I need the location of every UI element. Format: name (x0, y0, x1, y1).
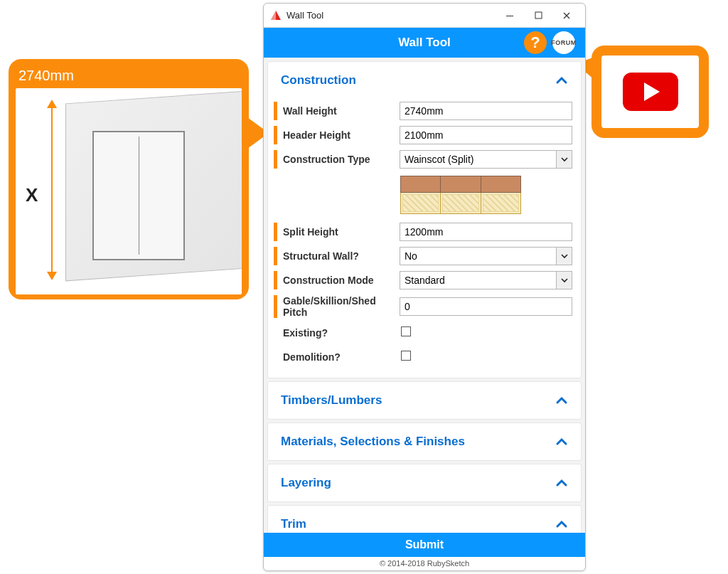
label-pitch: Gable/Skillion/Shed Pitch (283, 295, 400, 318)
chevron-up-icon (555, 518, 568, 531)
label-construction-type: Construction Type (283, 154, 400, 165)
youtube-icon[interactable] (623, 73, 678, 111)
row-wall-height: Wall Height (268, 99, 581, 123)
select-mode[interactable]: Standard (400, 271, 572, 289)
row-split-height: Split Height (268, 220, 581, 244)
input-split-height[interactable] (400, 223, 572, 241)
label-split-height: Split Height (283, 226, 400, 238)
label-structural: Structural Wall? (283, 250, 400, 262)
checkbox-demolition[interactable] (401, 351, 411, 361)
select-structural[interactable]: No (400, 247, 572, 265)
select-construction-type[interactable]: Wainscot (Split) (400, 150, 572, 169)
app-header: Wall Tool ? FORUM (264, 28, 585, 58)
wall-tool-window: Wall Tool Wall Tool ? FORUM Construction (263, 3, 586, 571)
window-maximize-button[interactable] (524, 6, 552, 26)
label-mode: Construction Mode (283, 275, 400, 286)
input-wall-height[interactable] (400, 102, 572, 120)
callout-wall-height-value: 2740mm (16, 66, 242, 88)
chevron-up-icon (555, 394, 568, 407)
window-titlebar: Wall Tool (264, 4, 585, 28)
row-demolition: Demolition? (268, 345, 581, 369)
forum-button[interactable]: FORUM (552, 31, 575, 54)
svg-rect-3 (535, 12, 542, 18)
app-header-title: Wall Tool (398, 36, 451, 50)
label-header-height: Header Height (283, 129, 400, 141)
footer-copyright: © 2014-2018 RubySketch (264, 557, 585, 570)
panel-header-layering[interactable]: Layering (268, 464, 581, 501)
checkbox-existing[interactable] (401, 326, 411, 336)
chevron-down-icon (556, 272, 572, 289)
construction-type-preview (400, 176, 521, 214)
svg-rect-2 (506, 16, 513, 16)
panel-trim: Trim (268, 506, 581, 533)
input-header-height[interactable] (400, 126, 572, 144)
window-title: Wall Tool (287, 10, 496, 21)
callout-wall-illustration: 2740mm X (9, 59, 249, 299)
chevron-up-icon (555, 477, 568, 489)
row-pitch: Gable/Skillion/Shed Pitch (268, 292, 581, 321)
row-header-height: Header Height (268, 123, 581, 147)
row-existing: Existing? (268, 321, 581, 345)
panel-header-construction[interactable]: Construction (268, 62, 581, 99)
dimension-symbol: X (26, 184, 38, 206)
panel-materials: Materials, Selections & Finishes (268, 423, 581, 460)
chevron-down-icon (556, 151, 572, 168)
chevron-up-icon (555, 74, 568, 87)
panel-header-trim[interactable]: Trim (268, 506, 581, 533)
panel-header-materials[interactable]: Materials, Selections & Finishes (268, 423, 581, 460)
chevron-down-icon (556, 248, 572, 265)
chevron-up-icon (555, 435, 568, 448)
help-button[interactable]: ? (524, 31, 547, 54)
svg-marker-1 (271, 11, 276, 20)
content-scroll[interactable]: Construction Wall Height Header Height C… (264, 58, 585, 533)
panel-timbers: Timbers/Lumbers (268, 382, 581, 419)
callout-video (592, 46, 709, 138)
wall-illustration: X (16, 88, 242, 294)
window-minimize-button[interactable] (496, 6, 524, 26)
panel-layering: Layering (268, 464, 581, 501)
submit-button[interactable]: Submit (264, 533, 585, 557)
row-mode: Construction Mode Standard (268, 268, 581, 292)
label-demolition: Demolition? (283, 351, 400, 363)
row-construction-type: Construction Type Wainscot (Split) (268, 147, 581, 171)
label-wall-height: Wall Height (283, 105, 400, 117)
label-existing: Existing? (283, 327, 400, 339)
row-structural: Structural Wall? No (268, 244, 581, 268)
window-close-button[interactable] (552, 6, 581, 26)
input-pitch[interactable] (400, 297, 572, 316)
panel-title-construction: Construction (281, 73, 356, 87)
panel-header-timbers[interactable]: Timbers/Lumbers (268, 382, 581, 419)
panel-construction: Construction Wall Height Header Height C… (268, 62, 581, 378)
sketchup-app-icon (269, 9, 282, 22)
